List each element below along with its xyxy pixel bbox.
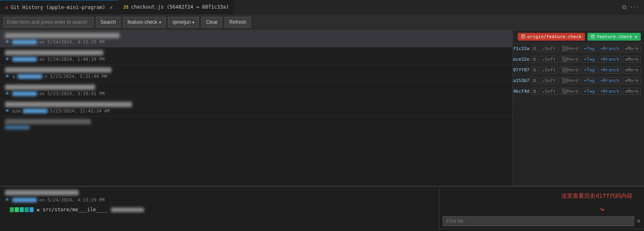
commit-item-6[interactable] — [0, 117, 512, 133]
local-branch-tag[interactable]: ⑰ feature-check × — [587, 33, 641, 41]
commit-date-4: on 5/23/2024, 3:19:41 PM — [39, 91, 105, 96]
tab-bar: ↺ Git History (apple-mini-program) × JS … — [0, 0, 644, 14]
commit-date-2: on 5/24/2024, 1:40:19 PM — [39, 57, 105, 62]
color-block-blue — [30, 207, 34, 212]
soft-reset-5[interactable]: ↙Soft — [540, 88, 558, 95]
hash-row-2: f3ece32e ⧉ ↙Soft ⬛Hard +Tag +Branch ⇄Mor… — [513, 54, 644, 65]
bottom-commit-date: on 5/24/2024, 4:13:29 PM — [39, 197, 105, 203]
hard-reset-3[interactable]: ⬛Hard — [560, 66, 580, 73]
branch-2[interactable]: +Branch — [598, 56, 621, 63]
bottom-commit-info: 👁 on 5/24/2024, 4:13:29 PM ■ src/store/m… — [0, 187, 439, 231]
copy-hash-3[interactable]: ⧉ — [531, 66, 538, 73]
tab-window-actions: ⧉ ··· — [622, 4, 644, 11]
hash-row-3: ad87ff87 ⧉ ↙Soft ⬛Hard +Tag +Branch ⇄Mor… — [513, 65, 644, 75]
tag-3[interactable]: +Tag — [582, 66, 597, 73]
branch-filter-button[interactable]: feature-check ▾ — [123, 17, 166, 27]
local-branch-close[interactable]: × — [635, 34, 637, 40]
file-color-blocks — [10, 207, 34, 212]
tag-1[interactable]: +Tag — [582, 45, 597, 52]
user-filter-button[interactable]: qimeijun ▾ — [168, 17, 199, 27]
origin-branch-tag[interactable]: ⑰ origin/feature-check — [518, 33, 585, 41]
copy-hash-4[interactable]: ⧉ — [531, 77, 538, 84]
tag-2[interactable]: +Tag — [582, 56, 597, 63]
more-2[interactable]: ⇄More — [623, 56, 641, 63]
commit-eye-icon-5: 👁 — [5, 108, 10, 114]
more-3[interactable]: ⇄More — [623, 66, 641, 73]
clear-button[interactable]: Clear — [201, 17, 222, 27]
commit-message-6 — [5, 119, 91, 124]
find-file-input[interactable] — [443, 216, 634, 226]
origin-branch-icon: ⑰ — [521, 34, 526, 40]
tag-5[interactable]: +Tag — [582, 88, 597, 95]
hash-row-1: 88f1c33a ⧉ ↙Soft ⬛Hard +Tag +Branch ⇄Mor… — [513, 43, 644, 54]
refresh-button[interactable]: Refresh — [225, 17, 251, 27]
copy-hash-2[interactable]: ⧉ — [531, 56, 538, 63]
tab-git-label: Git History (apple-mini-program) — [11, 5, 105, 10]
tab-js-label: checkout.js (56482f24 ↔ 88f1c33a) — [131, 4, 229, 10]
commit-message-5 — [5, 102, 132, 107]
soft-reset-4[interactable]: ↙Soft — [540, 77, 558, 84]
commit-author-prefix-5: qim — [12, 108, 20, 114]
hard-reset-2[interactable]: ⬛Hard — [560, 56, 580, 63]
commit-item-2[interactable]: 👁 on 5/24/2024, 1:40:19 PM — [0, 48, 512, 65]
find-file-row: × — [439, 214, 644, 229]
main-area: 👁 on 5/24/2024, 4:13:29 PM 👁 on 5/24/202… — [0, 30, 644, 186]
commit-detail-panel: ⑰ origin/feature-check ⑰ feature-check ×… — [513, 30, 644, 186]
split-editor-icon[interactable]: ⧉ — [622, 4, 626, 11]
color-block-darkteal — [25, 207, 29, 212]
copy-hash-5[interactable]: ⧉ — [531, 88, 538, 95]
commit-author-blurred-3 — [18, 74, 42, 79]
js-icon: JS — [123, 5, 128, 10]
hash-row-5: 364bcf4d ⧉ ↙Soft ⬛Hard +Tag +Branch ⇄Mor… — [513, 86, 644, 97]
bottom-commit-message — [5, 190, 79, 195]
branch-5[interactable]: +Branch — [598, 88, 621, 95]
commit-date-5: 5/23/2024, 11:42:24 AM — [50, 108, 110, 114]
more-1[interactable]: ⇄More — [623, 45, 641, 52]
search-button[interactable]: Search — [96, 17, 121, 27]
search-input[interactable] — [3, 17, 93, 27]
find-close-button[interactable]: × — [637, 218, 641, 224]
branch-4[interactable]: +Branch — [598, 77, 621, 84]
commit-item-3[interactable]: 👁 q n 5/23/2024, 5:21:44 PM — [0, 65, 512, 82]
tab-js-file[interactable]: JS checkout.js (56482f24 ↔ 88f1c33a) — [118, 0, 234, 14]
tab-git-history[interactable]: ↺ Git History (apple-mini-program) × — [0, 0, 118, 14]
commit-hash-1: 88f1c33a — [513, 46, 529, 51]
file-item[interactable]: ■ src/store/me___ile____ — [5, 205, 434, 214]
commit-eye-icon-4: 👁 — [5, 91, 10, 96]
commit-hash-2: f3ece32e — [513, 57, 529, 62]
branch-dropdown-arrow: ▾ — [159, 20, 161, 25]
file-icon: ■ — [37, 208, 39, 212]
branch-3[interactable]: +Branch — [598, 66, 621, 73]
bottom-panel: 👁 on 5/24/2024, 4:13:29 PM ■ src/store/m… — [0, 186, 644, 231]
commit-author-blurred-5 — [23, 109, 48, 113]
commit-item-1[interactable]: 👁 on 5/24/2024, 4:13:29 PM — [0, 30, 512, 48]
branch-tags-row: ⑰ origin/feature-check ⑰ feature-check × — [513, 30, 644, 43]
hard-reset-4[interactable]: ⬛Hard — [560, 77, 580, 84]
commit-date-1: on 5/24/2024, 4:13:29 PM — [39, 39, 105, 45]
soft-reset-3[interactable]: ↙Soft — [540, 66, 558, 73]
hard-reset-5[interactable]: ⬛Hard — [560, 88, 580, 95]
copy-hash-1[interactable]: ⧉ — [531, 45, 538, 52]
commit-message-1 — [5, 33, 120, 38]
user-dropdown-arrow: ▾ — [192, 20, 194, 25]
more-actions-icon[interactable]: ··· — [630, 4, 640, 11]
local-branch-icon: ⑰ — [591, 34, 595, 40]
more-5[interactable]: ⇄More — [623, 88, 641, 95]
tab-git-close[interactable]: × — [109, 4, 113, 11]
commit-hash-5: 364bcf4d — [513, 89, 529, 94]
toolbar: Search feature-check ▾ qimeijun ▾ Clear … — [0, 14, 644, 30]
hard-reset-1[interactable]: ⬛Hard — [560, 45, 580, 52]
commit-hash-3: ad87ff87 — [513, 67, 529, 73]
soft-reset-1[interactable]: ↙Soft — [540, 45, 558, 52]
commit-item-5[interactable]: 👁 qim 5/23/2024, 11:42:24 AM — [0, 99, 512, 117]
git-icon: ↺ — [5, 4, 8, 10]
soft-reset-2[interactable]: ↙Soft — [540, 56, 558, 63]
color-block-teal — [20, 207, 24, 212]
tag-4[interactable]: +Tag — [582, 77, 597, 84]
bottom-author-blurred — [12, 198, 37, 202]
commit-item-4[interactable]: 👁 on 5/23/2024, 3:19:41 PM — [0, 82, 512, 99]
more-4[interactable]: ⇄More — [623, 77, 641, 84]
commit-message-4 — [5, 85, 95, 90]
local-branch-label: feature-check — [597, 34, 632, 39]
branch-1[interactable]: +Branch — [598, 45, 621, 52]
